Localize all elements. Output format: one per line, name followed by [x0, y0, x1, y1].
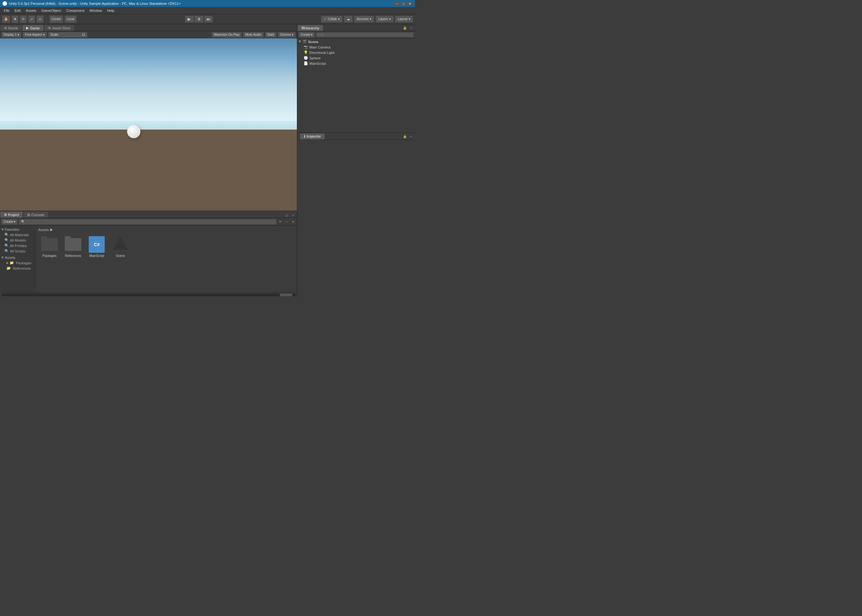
menu-edit[interactable]: Edit [12, 8, 23, 13]
asset-grid: Assets ▶ Packages [36, 226, 297, 292]
asset-scene[interactable]: Scene [109, 235, 132, 259]
mainscript-hierarchy-label: MainScript [309, 61, 326, 65]
inspector-lock-button[interactable]: 🔒 [402, 134, 407, 139]
favorites-expand-icon [1, 228, 4, 231]
sidebar-all-prefabs[interactable]: 🔍 All Prefabs [0, 243, 35, 248]
menu-file[interactable]: File [1, 8, 12, 13]
hierarchy-menu-button[interactable]: ≡ [409, 25, 414, 30]
game-tab[interactable]: ▶ Game [22, 25, 44, 31]
assets-label: Assets [5, 256, 15, 259]
layers-chevron-icon: ▾ [389, 17, 391, 21]
hierarchy-create-button[interactable]: Create ▾ [299, 32, 315, 38]
hierarchy-sphere[interactable]: ⚪ Sphere [297, 55, 415, 61]
references-label: References [65, 254, 81, 258]
assets-header[interactable]: Assets [0, 255, 35, 260]
sidebar-all-models[interactable]: 🔍 All Models [0, 237, 35, 243]
hierarchy-directional-light[interactable]: 💡 Directional Light [297, 50, 415, 55]
favorites-header[interactable]: Favorites [0, 227, 35, 232]
hierarchy-mainscript[interactable]: 📄 MainScript [297, 61, 415, 66]
menu-gameobject[interactable]: GameObject [39, 8, 64, 13]
local-button[interactable]: Local [64, 15, 77, 23]
play-button[interactable]: ▶ [185, 16, 194, 23]
aspect-dropdown[interactable]: Free Aspect ▾ [23, 32, 47, 38]
cloud-button[interactable]: ☁ [344, 16, 353, 23]
create-chevron-icon: ▾ [14, 220, 15, 223]
camera-icon: 📷 [304, 45, 308, 49]
menu-help[interactable]: Help [104, 8, 117, 13]
rotate-tool-button[interactable]: ↻ [20, 15, 27, 23]
cs-file-icon [89, 236, 105, 253]
account-button[interactable]: Account ▾ [354, 16, 374, 23]
scale-label: Scale [50, 33, 58, 36]
layers-button[interactable]: Layers ▾ [376, 16, 394, 23]
star-button[interactable]: ☆ [284, 219, 289, 225]
layout-button[interactable]: Layout ▾ [395, 16, 413, 23]
collab-button[interactable]: ✓ Collab ▾ [321, 16, 342, 23]
hierarchy-main-camera[interactable]: 📷 Main Camera [297, 44, 415, 50]
close-button[interactable]: ✕ [407, 1, 412, 6]
horizontal-scrollbar[interactable] [1, 294, 296, 296]
inspector-menu-button[interactable]: ≡ [409, 134, 414, 139]
search-icon-materials: 🔍 [5, 233, 9, 237]
scale-slider[interactable] [61, 34, 80, 35]
bookmark-button[interactable]: ★ [291, 219, 296, 225]
scene-tab[interactable]: ⊞ Scene [0, 25, 22, 31]
search-icon-scripts: 🔍 [5, 249, 9, 253]
rect-tool-button[interactable]: ▭ [36, 15, 44, 23]
scale-value: 1x [82, 33, 86, 36]
inspector-tab[interactable]: ℹ Inspector [300, 133, 325, 140]
stats-button[interactable]: Stats [265, 32, 277, 38]
scrollbar-thumb[interactable] [280, 294, 293, 296]
scale-tool-button[interactable]: ⤢ [28, 15, 35, 23]
create-label: Create [3, 220, 13, 223]
create-asset-button[interactable]: Create ▾ [1, 219, 17, 225]
panel-float-button[interactable]: ⊡ [284, 212, 289, 218]
center-label: Center [51, 17, 61, 21]
assets-section: Assets 📁 Packages 📁 References [0, 255, 35, 272]
hierarchy-tab[interactable]: ⊞ Hierarchy [297, 25, 323, 31]
maximize-on-play-button[interactable]: Maximize On Play [212, 32, 242, 38]
scale-control[interactable]: Scale 1x [48, 32, 88, 38]
eye-button[interactable]: 👁 [278, 219, 283, 225]
game-tab-label: Game [30, 26, 39, 30]
gizmos-button[interactable]: Gizmos ▾ [278, 32, 296, 38]
ground [0, 130, 297, 211]
asset-mainscript[interactable]: MainScript [86, 235, 108, 259]
sidebar-references[interactable]: 📁 References [0, 266, 35, 271]
console-tab[interactable]: ▤ Console [23, 211, 48, 218]
menu-component[interactable]: Component [63, 8, 87, 13]
step-button[interactable]: ⏭ [204, 16, 213, 23]
sidebar-all-materials[interactable]: 🔍 All Materials [0, 232, 35, 237]
pause-button[interactable]: ⏸ [194, 16, 203, 23]
packages-folder-shape [41, 238, 58, 251]
asset-references[interactable]: References [62, 235, 84, 259]
move-tool-button[interactable]: ✥ [11, 15, 19, 23]
inspector-panel: ℹ Inspector 🔒 ≡ [297, 133, 415, 297]
inspector-tab-bar: ℹ Inspector 🔒 ≡ [297, 133, 415, 140]
minimize-button[interactable]: ─ [395, 1, 400, 6]
project-tab[interactable]: ⊞ Project [0, 211, 23, 218]
aspect-label: Free Aspect [25, 33, 42, 36]
display-dropdown[interactable]: Display 1 ▾ [1, 32, 21, 38]
favorites-label: Favorites [5, 228, 19, 231]
sidebar-packages[interactable]: 📁 Packages [0, 260, 35, 266]
hierarchy-lock-button[interactable]: 🔒 [402, 25, 407, 30]
maximize-button[interactable]: □ [401, 1, 406, 6]
search-icon-prefabs: 🔍 [5, 244, 9, 248]
hierarchy-scene[interactable]: 🎬 Scene [297, 39, 415, 44]
mute-audio-button[interactable]: Mute Audio [243, 32, 263, 38]
sphere-label: Sphere [309, 56, 321, 60]
assets-breadcrumb-arrow: ▶ [50, 228, 53, 232]
sidebar-all-scripts[interactable]: 🔍 All Scripts [0, 248, 35, 254]
hand-tool-button[interactable]: ✋ [2, 15, 10, 23]
menu-assets[interactable]: Assets [23, 8, 39, 13]
display-label: Display 1 [3, 33, 17, 36]
asset-search-input[interactable] [19, 219, 277, 225]
hierarchy-search-input[interactable] [316, 32, 414, 37]
panel-menu-button[interactable]: ≡ [291, 212, 296, 218]
asset-packages[interactable]: Packages [38, 235, 61, 259]
layers-label: Layers [378, 17, 388, 21]
center-button[interactable]: Center [49, 15, 63, 23]
menu-window[interactable]: Window [87, 8, 104, 13]
asset-store-tab[interactable]: 🛍 Asset Store [44, 25, 75, 31]
